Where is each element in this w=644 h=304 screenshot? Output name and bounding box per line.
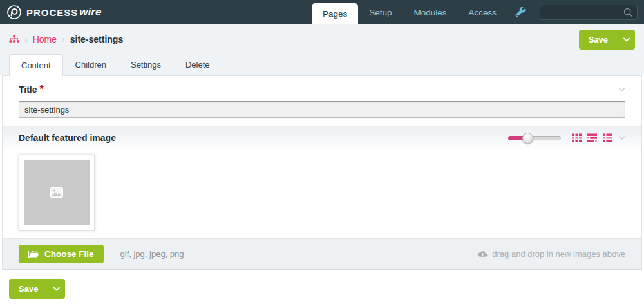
choose-file-button[interactable]: Choose File bbox=[19, 245, 104, 263]
drag-drop-hint: drag and drop in new images above bbox=[477, 249, 625, 259]
search-icon[interactable] bbox=[623, 8, 633, 20]
topnav-item-modules[interactable]: Modules bbox=[402, 0, 457, 24]
image-field-label: Default featured image bbox=[19, 133, 116, 143]
topbar: PROCESS wire Pages Setup Modules Access bbox=[0, 0, 644, 24]
save-dropdown-toggle-bottom[interactable] bbox=[48, 279, 65, 299]
page-tabs: Content Children Settings Delete bbox=[0, 54, 644, 75]
allowed-file-types: gif, jpg, jpeg, png bbox=[120, 249, 184, 259]
brand-text-process: PROCESS bbox=[26, 7, 78, 18]
required-marker: * bbox=[40, 84, 44, 95]
topnav-item-access[interactable]: Access bbox=[457, 0, 507, 24]
image-field-body bbox=[3, 149, 641, 238]
brand-text-wire: wire bbox=[79, 6, 101, 19]
choose-file-label: Choose File bbox=[44, 249, 94, 259]
image-placeholder-icon bbox=[50, 187, 63, 198]
processwire-logo[interactable]: PROCESS wire bbox=[0, 0, 101, 24]
thumb-size-slider[interactable] bbox=[508, 136, 561, 140]
breadcrumb-separator: › bbox=[62, 34, 65, 44]
image-placeholder bbox=[24, 160, 90, 225]
grid-view-icon[interactable] bbox=[572, 133, 582, 142]
topnav: Pages Setup Modules Access bbox=[312, 0, 507, 24]
collapse-chevron-icon[interactable] bbox=[618, 87, 625, 92]
title-field-label: Title bbox=[19, 84, 37, 95]
breadcrumb-home-link[interactable]: Home bbox=[33, 34, 57, 44]
content-panel: Title* Default featured image bbox=[2, 75, 642, 270]
image-field-header: Default featured image bbox=[3, 126, 641, 149]
image-field-section: Default featured image bbox=[3, 126, 641, 269]
save-button-bottom[interactable]: Save bbox=[9, 279, 48, 299]
bottom-actions: Save bbox=[0, 270, 644, 304]
admin-tools-button[interactable] bbox=[507, 0, 533, 24]
search-box bbox=[540, 5, 638, 20]
save-button-group-bottom: Save bbox=[9, 279, 65, 299]
title-input[interactable] bbox=[19, 101, 625, 118]
folder-open-icon bbox=[28, 250, 39, 258]
image-thumbnail[interactable] bbox=[19, 155, 95, 231]
wrench-icon bbox=[515, 7, 526, 17]
search-input[interactable] bbox=[540, 5, 637, 19]
list-view-icon[interactable] bbox=[603, 133, 612, 142]
save-dropdown-toggle[interactable] bbox=[618, 30, 635, 50]
save-button-group: Save bbox=[579, 30, 635, 50]
image-field-footer: Choose File gif, jpg, jpeg, png drag and… bbox=[3, 238, 641, 269]
image-field-controls bbox=[508, 133, 625, 142]
chevron-down-icon bbox=[53, 287, 60, 291]
tab-content[interactable]: Content bbox=[9, 54, 63, 76]
chevron-down-icon bbox=[623, 37, 630, 42]
rows-view-icon[interactable] bbox=[587, 133, 597, 142]
title-field-section: Title* bbox=[3, 76, 641, 126]
sitemap-icon[interactable] bbox=[9, 35, 19, 44]
topnav-item-setup[interactable]: Setup bbox=[358, 0, 402, 24]
drag-drop-hint-text: drag and drop in new images above bbox=[492, 249, 625, 259]
breadcrumb-current-page: site-settings bbox=[70, 34, 123, 44]
topnav-item-pages[interactable]: Pages bbox=[312, 3, 358, 24]
tab-children[interactable]: Children bbox=[63, 53, 118, 75]
breadcrumb-separator: › bbox=[24, 34, 28, 44]
collapse-chevron-icon[interactable] bbox=[618, 135, 625, 140]
breadcrumb-bar: › Home › site-settings Save bbox=[0, 24, 644, 54]
thumb-size-slider-knob[interactable] bbox=[522, 133, 533, 144]
save-button[interactable]: Save bbox=[579, 30, 618, 50]
cloud-upload-icon bbox=[477, 251, 488, 258]
tab-settings[interactable]: Settings bbox=[118, 53, 173, 75]
processwire-logo-icon bbox=[6, 5, 22, 20]
tab-delete[interactable]: Delete bbox=[173, 53, 222, 75]
